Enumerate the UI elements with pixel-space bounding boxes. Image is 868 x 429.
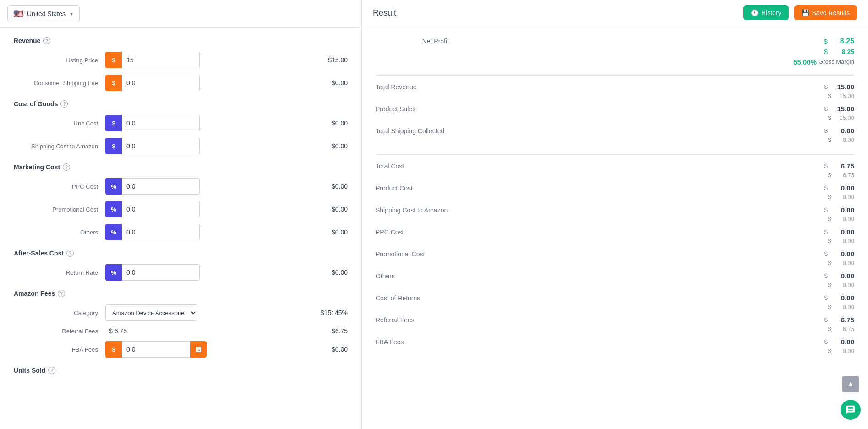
total-shipping-row: Total Shipping Collected $ 0.00: [376, 125, 854, 136]
net-profit-value1: 8.25: [831, 37, 854, 45]
return-rate-label: Return Rate: [14, 269, 105, 276]
shipping-cost-prefix: $: [105, 138, 122, 154]
unit-cost-input[interactable]: [122, 115, 200, 131]
amazon-fees-help-icon[interactable]: ?: [58, 290, 65, 297]
shipping-cost-amazon-value2: 0.00: [831, 216, 854, 223]
category-row: Category Amazon Device Accessorie $15: 4…: [14, 304, 348, 321]
total-shipping-sub-row: $ 0.00: [376, 136, 854, 149]
listing-price-row: Listing Price $ $15.00: [14, 52, 348, 68]
shipping-cost-amazon-value1: 0.00: [831, 206, 854, 214]
consumer-shipping-prefix: $: [105, 75, 122, 91]
fba-calculator-icon[interactable]: [190, 341, 207, 358]
referral-fees-result-value1: 6.75: [831, 316, 854, 324]
shipping-cost-value: $0.00: [311, 142, 348, 150]
cost-of-returns-value1: 0.00: [831, 294, 854, 302]
promotional-cost-value: $0.00: [311, 206, 348, 213]
fba-fees-input[interactable]: [122, 341, 191, 358]
total-revenue-sub-row: $ 15.00: [376, 92, 854, 103]
others-input-group: %: [105, 224, 200, 240]
product-sales-value2: 15.00: [831, 114, 854, 121]
ppc-cost-result-row: PPC Cost $ 0.00: [376, 226, 854, 237]
fba-fees-result-label: FBA Fees: [376, 338, 404, 346]
product-sales-sub-row: $ 15.00: [376, 114, 854, 125]
referral-fees-result-sub-row: $ 6.75: [376, 325, 854, 336]
promotional-cost-result-value2: 0.00: [831, 260, 854, 266]
chat-button[interactable]: [841, 400, 861, 420]
after-sales-help-icon[interactable]: ?: [66, 250, 74, 257]
shipping-cost-input[interactable]: [122, 138, 200, 154]
listing-price-input[interactable]: [122, 52, 200, 68]
ppc-cost-result-sub-row: $ 0.00: [376, 237, 854, 248]
fba-fees-prefix: $: [105, 341, 122, 358]
cost-of-returns-label: Cost of Returns: [376, 294, 420, 302]
unit-cost-row: Unit Cost $ $0.00: [14, 115, 348, 131]
total-cost-row: Total Cost $ 6.75: [376, 160, 854, 171]
referral-fees-label: Referral Fees: [14, 328, 105, 335]
ppc-cost-input[interactable]: [122, 178, 200, 195]
product-cost-sub-row: $ 0.00: [376, 193, 854, 204]
promotional-cost-result-label: Promotional Cost: [376, 250, 425, 258]
shipping-cost-input-group: $: [105, 138, 200, 154]
shipping-cost-amazon-sub-row: $ 0.00: [376, 215, 854, 226]
fba-fees-result-sub-row: $ 0.00: [376, 347, 854, 358]
consumer-shipping-value: $0.00: [311, 79, 348, 87]
total-shipping-label: Total Shipping Collected: [376, 127, 444, 135]
return-rate-prefix: %: [105, 264, 122, 281]
referral-fees-result-row: Referral Fees $ 6.75: [376, 314, 854, 325]
units-sold-header: Units Sold ?: [14, 367, 348, 374]
cost-of-returns-row: Cost of Returns $ 0.00: [376, 292, 854, 303]
cost-of-goods-help-icon[interactable]: ?: [60, 100, 68, 108]
total-cost-sub-row: $ 6.75: [376, 171, 854, 182]
unit-cost-input-group: $: [105, 115, 200, 131]
net-profit-dollar1: $: [824, 38, 828, 45]
shipping-cost-label: Shipping Cost to Amazon: [14, 143, 105, 150]
others-value: $0.00: [311, 228, 348, 236]
marketing-cost-help-icon[interactable]: ?: [63, 163, 70, 171]
total-revenue-row: Total Revenue $ 15.00: [376, 81, 854, 92]
fba-fees-row: FBA Fees $ $0.00: [14, 341, 348, 358]
total-shipping-value1: 0.00: [831, 127, 854, 135]
result-title: Result: [373, 8, 396, 18]
units-sold-help-icon[interactable]: ?: [48, 367, 55, 374]
cost-of-returns-sub-row: $ 0.00: [376, 303, 854, 314]
return-rate-input[interactable]: [122, 264, 200, 281]
consumer-shipping-row: Consumer Shipping Fee $ $0.00: [14, 75, 348, 91]
revenue-help-icon[interactable]: ?: [43, 37, 50, 44]
fba-fees-result-value2: 0.00: [831, 348, 854, 354]
promotional-cost-input[interactable]: [122, 201, 200, 217]
unit-cost-prefix: $: [105, 115, 122, 131]
country-selector[interactable]: 🇺🇸 United States ▼: [7, 5, 80, 22]
save-results-button[interactable]: 💾 Save Results: [794, 5, 857, 20]
amazon-fees-section-header: Amazon Fees ?: [14, 290, 348, 297]
consumer-shipping-input-group: $: [105, 75, 200, 91]
cost-of-returns-value2: 0.00: [831, 304, 854, 310]
cost-of-goods-section-header: Cost of Goods ?: [14, 100, 348, 108]
referral-fees-value: $6.75: [332, 327, 348, 335]
promotional-cost-row: Promotional Cost % $0.00: [14, 201, 348, 217]
ppc-cost-prefix: %: [105, 178, 122, 195]
country-name: United States: [27, 10, 66, 17]
listing-price-input-group: $: [105, 52, 200, 68]
return-rate-row: Return Rate % $0.00: [14, 264, 348, 281]
consumer-shipping-input[interactable]: [122, 75, 200, 91]
others-input[interactable]: [122, 224, 200, 240]
others-result-sub-row: $ 0.00: [376, 281, 854, 292]
ppc-cost-result-value1: 0.00: [831, 228, 854, 236]
result-header: Result 🕐 History 💾 Save Results: [362, 0, 868, 26]
shipping-cost-amazon-label: Shipping Cost to Amazon: [376, 206, 448, 214]
category-select[interactable]: Amazon Device Accessorie: [105, 304, 197, 321]
others-row: Others % $0.00: [14, 224, 348, 240]
total-revenue-value2: 15.00: [831, 92, 854, 99]
ppc-cost-value: $0.00: [311, 183, 348, 190]
total-cost-value2: 6.75: [831, 172, 854, 179]
promotional-cost-label: Promotional Cost: [14, 206, 105, 213]
others-result-row: Others $ 0.00: [376, 270, 854, 281]
total-revenue-value1: 15.00: [831, 83, 854, 91]
scroll-up-button[interactable]: ▲: [842, 376, 859, 392]
others-label: Others: [14, 229, 105, 236]
fba-fees-input-group: $: [105, 341, 207, 358]
total-revenue-label: Total Revenue: [376, 83, 417, 91]
history-button[interactable]: 🕐 History: [743, 5, 789, 20]
promotional-cost-result-row: Promotional Cost $ 0.00: [376, 248, 854, 259]
product-sales-label: Product Sales: [376, 105, 415, 113]
